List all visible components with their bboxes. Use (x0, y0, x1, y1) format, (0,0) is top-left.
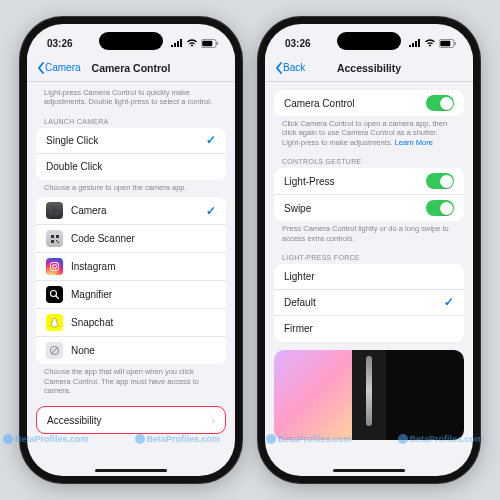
instagram-icon (46, 258, 63, 275)
gesture-header: CONTROLS GESTURE (274, 152, 464, 168)
signal-icon (171, 39, 183, 47)
wallpaper-right (386, 350, 464, 440)
checkmark-icon: ✓ (206, 204, 216, 218)
option-double-click[interactable]: Double Click (36, 154, 226, 180)
accessibility-row[interactable]: Accessibility › (37, 407, 225, 433)
camctrl-footer: Click Camera Control to open a camera ap… (274, 116, 464, 152)
apps-footer: Choose the app that will open when you c… (36, 364, 226, 400)
app-group: Camera ✓ Code Scanner Instagram (36, 197, 226, 364)
code-scanner-icon (46, 230, 63, 247)
light-press-row[interactable]: Light-Press (274, 168, 464, 195)
launch-group: Single Click ✓ Double Click (36, 128, 226, 180)
intro-text: Light-press Camera Control to quickly ma… (36, 82, 226, 112)
back-label: Camera (45, 62, 81, 73)
dynamic-island (99, 32, 163, 50)
row-label: Lighter (284, 271, 454, 282)
back-button[interactable]: Camera (37, 62, 81, 74)
status-indicators (409, 39, 457, 48)
app-camera[interactable]: Camera ✓ (36, 197, 226, 225)
toggle-switch[interactable] (426, 200, 454, 216)
signal-icon (409, 39, 421, 47)
back-button[interactable]: Back (275, 62, 305, 74)
row-label: Light-Press (284, 176, 418, 187)
force-default[interactable]: Default ✓ (274, 290, 464, 316)
row-label: Accessibility (47, 415, 204, 426)
row-label: Magnifier (71, 289, 216, 300)
app-instagram[interactable]: Instagram (36, 253, 226, 281)
status-indicators (171, 39, 219, 48)
chevron-right-icon: › (212, 415, 215, 426)
svg-rect-9 (51, 240, 54, 243)
content-left[interactable]: Light-press Camera Control to quickly ma… (27, 82, 235, 476)
row-label: Double Click (46, 161, 216, 172)
svg-rect-11 (57, 241, 58, 242)
checkmark-icon: ✓ (206, 133, 216, 147)
row-label: Camera (71, 205, 198, 216)
row-label: Code Scanner (71, 233, 216, 244)
svg-rect-8 (56, 235, 59, 238)
app-none[interactable]: None (36, 337, 226, 364)
toggle-switch[interactable] (426, 95, 454, 111)
swipe-row[interactable]: Swipe (274, 195, 464, 221)
row-label: Snapchat (71, 317, 216, 328)
chevron-left-icon (275, 62, 283, 74)
svg-rect-10 (56, 240, 57, 241)
launch-footer: Choose a gesture to open the camera app. (36, 180, 226, 197)
status-time: 03:26 (285, 38, 311, 49)
none-icon (46, 342, 63, 359)
battery-icon (439, 39, 457, 48)
screen-right: 03:26 Back Accessibility Camera Control (265, 24, 473, 476)
camera-control-toggle-row[interactable]: Camera Control (274, 90, 464, 116)
snapchat-icon (46, 314, 63, 331)
back-label: Back (283, 62, 305, 73)
chevron-left-icon (37, 62, 45, 74)
learn-more-link[interactable]: Learn More (395, 138, 433, 147)
accessibility-group: Accessibility › (36, 406, 226, 434)
magnifier-icon (46, 286, 63, 303)
app-code-scanner[interactable]: Code Scanner (36, 225, 226, 253)
row-label: Instagram (71, 261, 216, 272)
launch-header: LAUNCH CAMERA (36, 112, 226, 128)
wallpaper-button-render (352, 350, 386, 440)
svg-rect-18 (440, 40, 450, 45)
row-label: Firmer (284, 323, 454, 334)
gesture-footer: Press Camera Control lightly or do a lon… (274, 221, 464, 248)
phone-left: 03:26 Camera Camera Control Light-press … (19, 16, 243, 484)
camera-icon (46, 202, 63, 219)
wifi-icon (186, 39, 198, 47)
row-label: Camera Control (284, 98, 418, 109)
row-label: Default (284, 297, 436, 308)
svg-point-13 (53, 265, 57, 269)
phone-right: 03:26 Back Accessibility Camera Control (257, 16, 481, 484)
home-indicator[interactable] (333, 469, 405, 472)
svg-rect-6 (53, 207, 57, 209)
svg-rect-19 (455, 42, 456, 45)
content-right[interactable]: Camera Control Click Camera Control to o… (265, 82, 473, 476)
dynamic-island (337, 32, 401, 50)
wifi-icon (424, 39, 436, 47)
force-header: LIGHT-PRESS FORCE (274, 248, 464, 264)
svg-rect-7 (51, 235, 54, 238)
row-label: Single Click (46, 135, 198, 146)
app-magnifier[interactable]: Magnifier (36, 281, 226, 309)
gesture-group: Light-Press Swipe (274, 168, 464, 221)
row-label: Swipe (284, 203, 418, 214)
option-single-click[interactable]: Single Click ✓ (36, 128, 226, 154)
screen-left: 03:26 Camera Camera Control Light-press … (27, 24, 235, 476)
nav-bar: Back Accessibility (265, 54, 473, 82)
svg-point-5 (53, 210, 56, 213)
battery-icon (201, 39, 219, 48)
force-lighter[interactable]: Lighter (274, 264, 464, 290)
svg-rect-1 (202, 40, 212, 45)
force-group: Lighter Default ✓ Firmer (274, 264, 464, 342)
svg-rect-2 (217, 42, 218, 45)
force-firmer[interactable]: Firmer (274, 316, 464, 342)
home-indicator[interactable] (95, 469, 167, 472)
wallpaper-left (274, 350, 352, 440)
status-time: 03:26 (47, 38, 73, 49)
checkmark-icon: ✓ (444, 295, 454, 309)
app-snapchat[interactable]: Snapchat (36, 309, 226, 337)
toggle-switch[interactable] (426, 173, 454, 189)
row-label: None (71, 345, 216, 356)
wallpaper-preview (274, 350, 464, 440)
